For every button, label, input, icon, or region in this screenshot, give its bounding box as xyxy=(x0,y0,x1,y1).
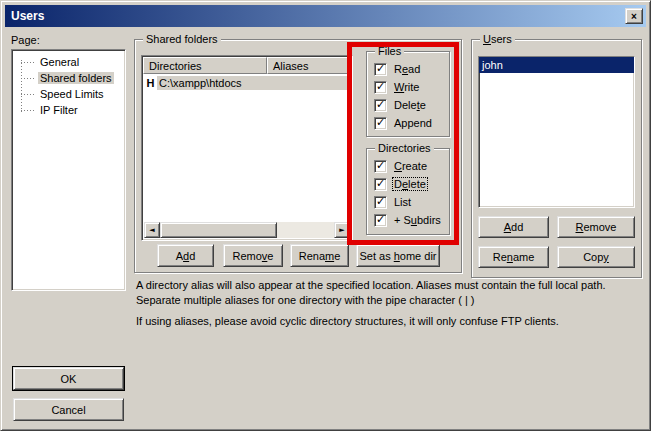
shared-folders-group-label: Shared folders xyxy=(143,32,221,46)
table-row[interactable]: H C:\xampp\htdocs xyxy=(144,75,350,91)
files-group: Files ✓ Read ✓ Write ✓ Delete ✓ Append xyxy=(366,51,450,137)
ok-button[interactable]: OK xyxy=(13,367,124,390)
checkbox-append[interactable]: ✓ Append xyxy=(367,114,449,132)
scroll-right-icon: ► xyxy=(339,226,344,234)
check-icon: ✓ xyxy=(376,178,385,189)
scroll-right-button[interactable]: ► xyxy=(334,222,350,238)
checkbox-delete-dirs[interactable]: ✓ Delete xyxy=(367,175,449,193)
user-remove-button[interactable]: Remove xyxy=(557,216,635,238)
check-icon: ✓ xyxy=(376,99,385,110)
scrollbar-track[interactable] xyxy=(277,222,334,238)
scroll-left-icon: ◄ xyxy=(149,226,154,234)
users-group-label: Users xyxy=(480,32,515,46)
users-dialog: Users × Page: General Shared folders Spe… xyxy=(0,0,651,431)
list-checkbox[interactable]: ✓ xyxy=(374,196,387,209)
user-add-button[interactable]: Add xyxy=(478,216,549,238)
files-group-label: Files xyxy=(375,44,404,58)
page-item-ip-filter[interactable]: IP Filter xyxy=(12,102,125,118)
check-icon: ✓ xyxy=(376,117,385,128)
folder-remove-button[interactable]: Remove xyxy=(223,244,283,267)
check-icon: ✓ xyxy=(376,81,385,92)
alias-help-paragraph-1: A directory alias will also appear at th… xyxy=(136,278,639,308)
user-copy-button[interactable]: Copy xyxy=(557,246,635,268)
page-label: Page: xyxy=(11,34,40,46)
set-as-home-dir-button[interactable]: Set as home dir xyxy=(356,244,440,267)
directories-group-label: Directories xyxy=(375,141,434,155)
page-tree[interactable]: General Shared folders Speed Limits IP F… xyxy=(11,49,126,291)
horizontal-scrollbar[interactable]: ◄ ► xyxy=(144,222,350,238)
checkbox-create[interactable]: ✓ Create xyxy=(367,157,449,175)
close-icon: × xyxy=(631,11,637,22)
checkbox-delete-files[interactable]: ✓ Delete xyxy=(367,96,449,114)
page-item-speed-limits[interactable]: Speed Limits xyxy=(12,86,125,102)
check-icon: ✓ xyxy=(376,214,385,225)
title-bar[interactable]: Users × xyxy=(5,5,646,27)
delete-files-checkbox[interactable]: ✓ xyxy=(374,99,387,112)
page-item-shared-folders[interactable]: Shared folders xyxy=(12,70,125,86)
delete-dirs-checkbox[interactable]: ✓ xyxy=(374,178,387,191)
page-item-general[interactable]: General xyxy=(12,54,125,70)
checkbox-subdirs[interactable]: ✓ + Subdirs xyxy=(367,211,449,229)
checkbox-read[interactable]: ✓ Read xyxy=(367,60,449,78)
users-list[interactable]: john xyxy=(478,56,635,208)
column-header-aliases[interactable]: Aliases xyxy=(267,57,351,74)
table-header: Directories Aliases xyxy=(143,57,351,74)
home-marker: H xyxy=(144,77,157,89)
user-item-john[interactable]: john xyxy=(479,57,634,73)
directory-path: C:\xampp\htdocs xyxy=(157,76,350,90)
check-icon: ✓ xyxy=(376,196,385,207)
subdirs-checkbox[interactable]: ✓ xyxy=(374,214,387,227)
scrollbar-thumb[interactable] xyxy=(160,222,277,238)
directories-table[interactable]: Directories Aliases H C:\xampp\htdocs ◄ … xyxy=(141,55,353,241)
check-icon: ✓ xyxy=(376,63,385,74)
read-checkbox[interactable]: ✓ xyxy=(374,63,387,76)
append-checkbox[interactable]: ✓ xyxy=(374,117,387,130)
alias-help-paragraph-2: If using aliases, please avoid cyclic di… xyxy=(136,314,639,329)
close-button[interactable]: × xyxy=(625,8,643,24)
check-icon: ✓ xyxy=(376,160,385,171)
create-checkbox[interactable]: ✓ xyxy=(374,160,387,173)
alias-help-text: A directory alias will also appear at th… xyxy=(136,278,639,335)
checkbox-list[interactable]: ✓ List xyxy=(367,193,449,211)
user-rename-button[interactable]: Rename xyxy=(478,246,549,268)
folder-rename-button[interactable]: Rename xyxy=(290,244,349,267)
write-checkbox[interactable]: ✓ xyxy=(374,81,387,94)
window-title: Users xyxy=(11,9,44,23)
directories-group: Directories ✓ Create ✓ Delete ✓ List ✓ +… xyxy=(366,148,450,235)
folder-add-button[interactable]: Add xyxy=(157,244,214,267)
cancel-button[interactable]: Cancel xyxy=(13,398,124,421)
checkbox-write[interactable]: ✓ Write xyxy=(367,78,449,96)
column-header-directories[interactable]: Directories xyxy=(143,57,267,74)
scroll-left-button[interactable]: ◄ xyxy=(144,222,160,238)
